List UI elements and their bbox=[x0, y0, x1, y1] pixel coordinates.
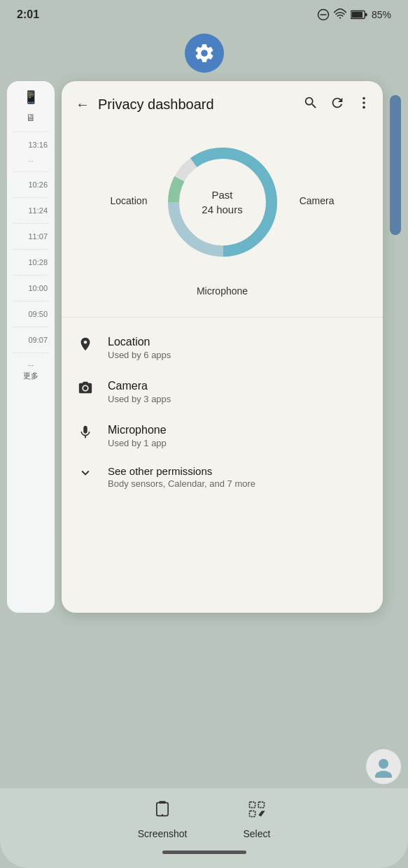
location-permission-item[interactable]: Location Used by 6 apps bbox=[62, 326, 383, 370]
left-peek-card: 📱 🖥 13:16 ... 10:26 11:24 11:07 10:28 10… bbox=[7, 81, 55, 613]
divider2 bbox=[13, 171, 49, 172]
location-label: Location bbox=[111, 195, 148, 206]
svg-point-2 bbox=[339, 17, 341, 18]
svg-rect-16 bbox=[159, 801, 165, 804]
left-peek-icon2: 🖥 bbox=[13, 112, 49, 123]
bottom-actions: Screenshot Select bbox=[0, 799, 408, 839]
other-title: See other permissions bbox=[108, 465, 369, 477]
camera-detail: Used by 3 apps bbox=[108, 394, 369, 404]
search-icon bbox=[303, 95, 318, 111]
gear-icon bbox=[193, 42, 216, 64]
microphone-info: Microphone Used by 1 app bbox=[108, 424, 369, 448]
battery-icon bbox=[351, 10, 367, 20]
select-label: Select bbox=[243, 828, 270, 839]
avatar-icon bbox=[372, 755, 395, 778]
left-peek-icon1: 📱 bbox=[13, 90, 49, 105]
svg-point-13 bbox=[379, 759, 388, 769]
chart-area: Location Camera Microphone bbox=[62, 125, 383, 314]
wifi-icon bbox=[334, 8, 346, 21]
status-bar: 2:01 85% bbox=[0, 0, 408, 27]
divider9 bbox=[13, 353, 49, 353]
expand-icon bbox=[76, 465, 95, 484]
cards-container: 📱 🖥 13:16 ... 10:26 11:24 11:07 10:28 10… bbox=[0, 81, 408, 613]
select-icon bbox=[247, 799, 267, 824]
time8: 09:07 bbox=[13, 336, 49, 344]
divider1 bbox=[13, 131, 49, 132]
svg-rect-4 bbox=[351, 12, 363, 17]
chart-center-line1: Past bbox=[202, 187, 242, 202]
svg-point-7 bbox=[363, 101, 365, 104]
header-actions bbox=[303, 95, 372, 114]
svg-point-6 bbox=[363, 97, 365, 100]
right-peek-card bbox=[390, 95, 401, 235]
status-icons: 85% bbox=[317, 8, 391, 21]
back-button[interactable]: ← bbox=[73, 94, 92, 115]
battery-percent: 85% bbox=[372, 9, 391, 20]
settings-app-icon bbox=[185, 34, 224, 73]
svg-point-17 bbox=[162, 814, 163, 816]
divider4 bbox=[13, 223, 49, 224]
divider7 bbox=[13, 301, 49, 301]
time7: 09:50 bbox=[13, 310, 49, 318]
location-icon bbox=[76, 336, 95, 356]
svg-rect-18 bbox=[249, 802, 255, 808]
time6: 10:00 bbox=[13, 284, 49, 292]
app-icon-container bbox=[0, 27, 408, 81]
screenshot-icon bbox=[153, 799, 172, 824]
time3: 11:24 bbox=[13, 206, 49, 215]
microphone-name: Microphone bbox=[108, 424, 369, 436]
status-time: 2:01 bbox=[17, 8, 39, 21]
more-section: ··· 更多 bbox=[13, 362, 49, 381]
donut-chart: Past 24 hours bbox=[160, 139, 286, 265]
text1: ... bbox=[13, 156, 49, 163]
select-action[interactable]: Select bbox=[243, 799, 270, 839]
other-info: See other permissions Body sensors, Cale… bbox=[108, 465, 369, 489]
microphone-icon bbox=[76, 424, 95, 444]
more-button[interactable] bbox=[356, 95, 372, 114]
card-header: ← Privacy dashboard bbox=[62, 81, 383, 125]
svg-rect-19 bbox=[258, 802, 264, 808]
svg-rect-15 bbox=[157, 803, 168, 816]
refresh-icon bbox=[330, 95, 345, 111]
microphone-permission-item[interactable]: Microphone Used by 1 app bbox=[62, 414, 383, 458]
other-permissions-item[interactable]: See other permissions Body sensors, Cale… bbox=[62, 458, 383, 503]
bottom-bar: Screenshot Select bbox=[0, 788, 408, 868]
microphone-detail: Used by 1 app bbox=[108, 438, 369, 448]
chart-center-text: Past 24 hours bbox=[202, 187, 242, 217]
svg-rect-20 bbox=[249, 811, 255, 816]
location-name: Location bbox=[108, 336, 369, 348]
card-divider bbox=[62, 317, 383, 318]
location-detail: Used by 6 apps bbox=[108, 350, 369, 360]
more-vert-icon bbox=[356, 95, 372, 111]
divider8 bbox=[13, 327, 49, 327]
location-info: Location Used by 6 apps bbox=[108, 336, 369, 360]
microphone-label: Microphone bbox=[197, 285, 248, 297]
screenshot-label: Screenshot bbox=[138, 828, 188, 839]
privacy-dashboard-card: ← Privacy dashboard bbox=[62, 81, 383, 613]
svg-point-8 bbox=[363, 106, 365, 109]
chart-center-line2: 24 hours bbox=[202, 202, 242, 217]
screenshot-action[interactable]: Screenshot bbox=[138, 799, 188, 839]
divider5 bbox=[13, 249, 49, 250]
divider6 bbox=[13, 275, 49, 276]
refresh-button[interactable] bbox=[330, 95, 345, 114]
bottom-right-avatar bbox=[366, 749, 401, 784]
more-label: 更多 bbox=[23, 371, 38, 381]
permission-list: Location Used by 6 apps Camera Used by 3… bbox=[62, 320, 383, 508]
time5: 10:28 bbox=[13, 258, 49, 266]
home-indicator bbox=[162, 851, 246, 854]
dnd-icon bbox=[317, 8, 330, 21]
camera-permission-item[interactable]: Camera Used by 3 apps bbox=[62, 370, 383, 414]
camera-name: Camera bbox=[108, 380, 369, 392]
page-title: Privacy dashboard bbox=[98, 97, 297, 113]
chart-wrapper: Location Camera Microphone bbox=[111, 132, 335, 300]
svg-rect-5 bbox=[365, 13, 367, 17]
time1: 13:16 bbox=[13, 141, 49, 149]
camera-icon bbox=[76, 380, 95, 400]
search-button[interactable] bbox=[303, 95, 318, 114]
camera-label: Camera bbox=[300, 195, 335, 206]
time4: 11:07 bbox=[13, 232, 49, 241]
camera-info: Camera Used by 3 apps bbox=[108, 380, 369, 404]
divider3 bbox=[13, 197, 49, 198]
svg-point-14 bbox=[375, 771, 392, 778]
